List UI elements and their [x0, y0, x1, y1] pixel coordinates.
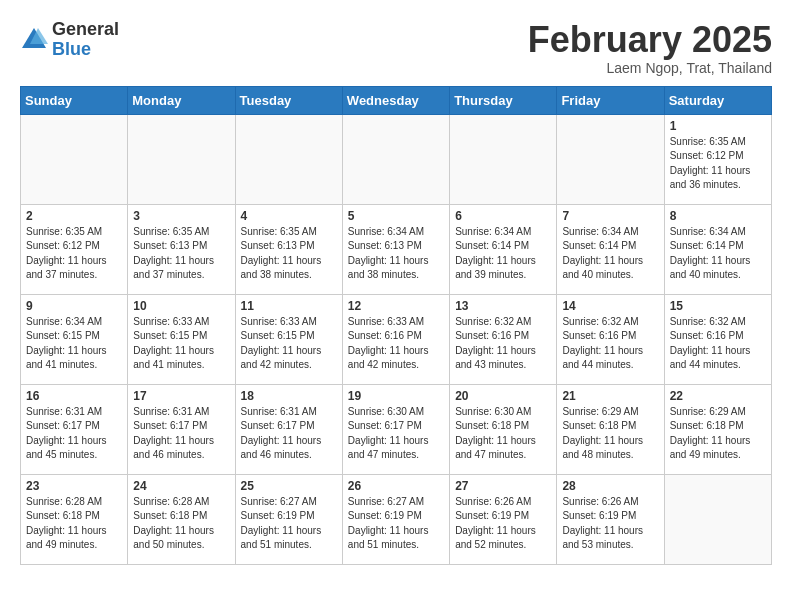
- day-info: Sunrise: 6:26 AM Sunset: 6:19 PM Dayligh…: [562, 495, 658, 553]
- calendar-cell: 24Sunrise: 6:28 AM Sunset: 6:18 PM Dayli…: [128, 474, 235, 564]
- week-row-2: 2Sunrise: 6:35 AM Sunset: 6:12 PM Daylig…: [21, 204, 772, 294]
- day-number: 15: [670, 299, 766, 313]
- calendar-cell: 20Sunrise: 6:30 AM Sunset: 6:18 PM Dayli…: [450, 384, 557, 474]
- day-info: Sunrise: 6:29 AM Sunset: 6:18 PM Dayligh…: [670, 405, 766, 463]
- weekday-header-wednesday: Wednesday: [342, 86, 449, 114]
- calendar-cell: 12Sunrise: 6:33 AM Sunset: 6:16 PM Dayli…: [342, 294, 449, 384]
- day-info: Sunrise: 6:31 AM Sunset: 6:17 PM Dayligh…: [241, 405, 337, 463]
- calendar-cell: 26Sunrise: 6:27 AM Sunset: 6:19 PM Dayli…: [342, 474, 449, 564]
- day-number: 16: [26, 389, 122, 403]
- day-info: Sunrise: 6:34 AM Sunset: 6:14 PM Dayligh…: [562, 225, 658, 283]
- day-number: 13: [455, 299, 551, 313]
- calendar-cell: [557, 114, 664, 204]
- day-number: 22: [670, 389, 766, 403]
- day-info: Sunrise: 6:32 AM Sunset: 6:16 PM Dayligh…: [455, 315, 551, 373]
- calendar-cell: 22Sunrise: 6:29 AM Sunset: 6:18 PM Dayli…: [664, 384, 771, 474]
- day-number: 23: [26, 479, 122, 493]
- week-row-1: 1Sunrise: 6:35 AM Sunset: 6:12 PM Daylig…: [21, 114, 772, 204]
- calendar-cell: 18Sunrise: 6:31 AM Sunset: 6:17 PM Dayli…: [235, 384, 342, 474]
- day-info: Sunrise: 6:28 AM Sunset: 6:18 PM Dayligh…: [133, 495, 229, 553]
- logo-icon: [20, 26, 48, 54]
- weekday-header-friday: Friday: [557, 86, 664, 114]
- calendar-cell: 7Sunrise: 6:34 AM Sunset: 6:14 PM Daylig…: [557, 204, 664, 294]
- day-number: 9: [26, 299, 122, 313]
- day-info: Sunrise: 6:32 AM Sunset: 6:16 PM Dayligh…: [670, 315, 766, 373]
- day-info: Sunrise: 6:33 AM Sunset: 6:15 PM Dayligh…: [133, 315, 229, 373]
- weekday-header-sunday: Sunday: [21, 86, 128, 114]
- calendar-cell: 9Sunrise: 6:34 AM Sunset: 6:15 PM Daylig…: [21, 294, 128, 384]
- calendar-cell: 27Sunrise: 6:26 AM Sunset: 6:19 PM Dayli…: [450, 474, 557, 564]
- calendar-cell: 14Sunrise: 6:32 AM Sunset: 6:16 PM Dayli…: [557, 294, 664, 384]
- day-info: Sunrise: 6:27 AM Sunset: 6:19 PM Dayligh…: [241, 495, 337, 553]
- day-number: 27: [455, 479, 551, 493]
- day-number: 10: [133, 299, 229, 313]
- calendar-cell: [664, 474, 771, 564]
- day-number: 24: [133, 479, 229, 493]
- calendar-table: SundayMondayTuesdayWednesdayThursdayFrid…: [20, 86, 772, 565]
- calendar-cell: [342, 114, 449, 204]
- day-info: Sunrise: 6:30 AM Sunset: 6:18 PM Dayligh…: [455, 405, 551, 463]
- calendar-cell: 11Sunrise: 6:33 AM Sunset: 6:15 PM Dayli…: [235, 294, 342, 384]
- day-info: Sunrise: 6:34 AM Sunset: 6:13 PM Dayligh…: [348, 225, 444, 283]
- day-info: Sunrise: 6:35 AM Sunset: 6:12 PM Dayligh…: [670, 135, 766, 193]
- day-number: 28: [562, 479, 658, 493]
- day-info: Sunrise: 6:31 AM Sunset: 6:17 PM Dayligh…: [133, 405, 229, 463]
- day-number: 7: [562, 209, 658, 223]
- day-info: Sunrise: 6:31 AM Sunset: 6:17 PM Dayligh…: [26, 405, 122, 463]
- calendar-cell: 5Sunrise: 6:34 AM Sunset: 6:13 PM Daylig…: [342, 204, 449, 294]
- page-header: General Blue February 2025 Laem Ngop, Tr…: [20, 20, 772, 76]
- day-number: 20: [455, 389, 551, 403]
- location-text: Laem Ngop, Trat, Thailand: [528, 60, 772, 76]
- weekday-header-saturday: Saturday: [664, 86, 771, 114]
- calendar-cell: [21, 114, 128, 204]
- day-info: Sunrise: 6:35 AM Sunset: 6:13 PM Dayligh…: [241, 225, 337, 283]
- month-title: February 2025: [528, 20, 772, 60]
- day-info: Sunrise: 6:28 AM Sunset: 6:18 PM Dayligh…: [26, 495, 122, 553]
- day-info: Sunrise: 6:35 AM Sunset: 6:12 PM Dayligh…: [26, 225, 122, 283]
- day-number: 12: [348, 299, 444, 313]
- calendar-cell: 19Sunrise: 6:30 AM Sunset: 6:17 PM Dayli…: [342, 384, 449, 474]
- day-number: 1: [670, 119, 766, 133]
- week-row-5: 23Sunrise: 6:28 AM Sunset: 6:18 PM Dayli…: [21, 474, 772, 564]
- day-number: 17: [133, 389, 229, 403]
- calendar-cell: 1Sunrise: 6:35 AM Sunset: 6:12 PM Daylig…: [664, 114, 771, 204]
- calendar-cell: 25Sunrise: 6:27 AM Sunset: 6:19 PM Dayli…: [235, 474, 342, 564]
- day-number: 8: [670, 209, 766, 223]
- calendar-cell: 28Sunrise: 6:26 AM Sunset: 6:19 PM Dayli…: [557, 474, 664, 564]
- logo-blue-text: Blue: [52, 40, 119, 60]
- calendar-cell: 13Sunrise: 6:32 AM Sunset: 6:16 PM Dayli…: [450, 294, 557, 384]
- day-number: 6: [455, 209, 551, 223]
- calendar-cell: 6Sunrise: 6:34 AM Sunset: 6:14 PM Daylig…: [450, 204, 557, 294]
- day-info: Sunrise: 6:29 AM Sunset: 6:18 PM Dayligh…: [562, 405, 658, 463]
- day-number: 18: [241, 389, 337, 403]
- logo: General Blue: [20, 20, 119, 60]
- day-info: Sunrise: 6:34 AM Sunset: 6:15 PM Dayligh…: [26, 315, 122, 373]
- day-info: Sunrise: 6:30 AM Sunset: 6:17 PM Dayligh…: [348, 405, 444, 463]
- week-row-4: 16Sunrise: 6:31 AM Sunset: 6:17 PM Dayli…: [21, 384, 772, 474]
- title-block: February 2025 Laem Ngop, Trat, Thailand: [528, 20, 772, 76]
- calendar-cell: 8Sunrise: 6:34 AM Sunset: 6:14 PM Daylig…: [664, 204, 771, 294]
- day-number: 19: [348, 389, 444, 403]
- week-row-3: 9Sunrise: 6:34 AM Sunset: 6:15 PM Daylig…: [21, 294, 772, 384]
- day-number: 3: [133, 209, 229, 223]
- calendar-cell: 16Sunrise: 6:31 AM Sunset: 6:17 PM Dayli…: [21, 384, 128, 474]
- day-number: 2: [26, 209, 122, 223]
- weekday-header-thursday: Thursday: [450, 86, 557, 114]
- day-number: 11: [241, 299, 337, 313]
- day-info: Sunrise: 6:33 AM Sunset: 6:15 PM Dayligh…: [241, 315, 337, 373]
- day-number: 4: [241, 209, 337, 223]
- calendar-cell: [450, 114, 557, 204]
- calendar-cell: 4Sunrise: 6:35 AM Sunset: 6:13 PM Daylig…: [235, 204, 342, 294]
- calendar-cell: 3Sunrise: 6:35 AM Sunset: 6:13 PM Daylig…: [128, 204, 235, 294]
- day-info: Sunrise: 6:35 AM Sunset: 6:13 PM Dayligh…: [133, 225, 229, 283]
- weekday-header-monday: Monday: [128, 86, 235, 114]
- calendar-cell: 17Sunrise: 6:31 AM Sunset: 6:17 PM Dayli…: [128, 384, 235, 474]
- day-number: 21: [562, 389, 658, 403]
- calendar-cell: 21Sunrise: 6:29 AM Sunset: 6:18 PM Dayli…: [557, 384, 664, 474]
- calendar-cell: [128, 114, 235, 204]
- calendar-cell: 10Sunrise: 6:33 AM Sunset: 6:15 PM Dayli…: [128, 294, 235, 384]
- calendar-cell: 23Sunrise: 6:28 AM Sunset: 6:18 PM Dayli…: [21, 474, 128, 564]
- day-info: Sunrise: 6:33 AM Sunset: 6:16 PM Dayligh…: [348, 315, 444, 373]
- weekday-header-tuesday: Tuesday: [235, 86, 342, 114]
- day-number: 26: [348, 479, 444, 493]
